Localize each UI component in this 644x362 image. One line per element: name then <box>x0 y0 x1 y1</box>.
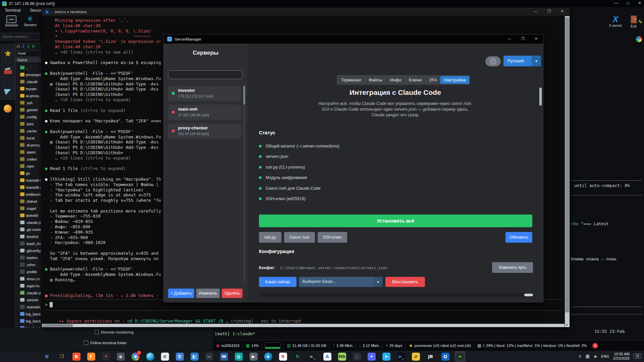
taskbar-recycle-app-icon[interactable]: ↻ <box>292 351 303 362</box>
sm-maximize-button[interactable]: ❐ <box>521 37 525 41</box>
taskbar-ring-app-icon[interactable]: ◌ <box>352 351 362 362</box>
disconnect-button[interactable]: ✕ <box>592 343 598 349</box>
tab-Инфо[interactable]: Инфо <box>386 76 405 84</box>
file-item[interactable]: endlessh <box>15 191 41 198</box>
palette-icon[interactable] <box>636 36 642 42</box>
component-chip-button[interactable]: SSH-ключ <box>318 232 347 243</box>
tools-button[interactable] <box>1 63 15 81</box>
terminal-close-button[interactable]: ✕ <box>561 9 564 13</box>
menu-terminal[interactable]: Terminal <box>5 8 20 13</box>
tray-volume-icon[interactable]: ◈ <box>594 354 597 359</box>
refresh-button[interactable]: Обновить <box>505 232 532 243</box>
info-button[interactable]: i <box>485 56 501 66</box>
file-item[interactable]: .ssh <box>15 99 41 106</box>
tab-2FA[interactable]: 2FA <box>425 76 440 84</box>
file-item[interactable]: .viminfo <box>15 296 41 303</box>
file-item[interactable]: mariadb-c <box>15 184 41 191</box>
file-item[interactable]: ai-proxy- <box>15 92 41 99</box>
taskbar-document-app-icon[interactable]: ≣ <box>174 351 185 362</box>
scrollbar-thumb[interactable] <box>43 324 73 327</box>
component-chip-button[interactable]: ssh.py <box>259 232 281 243</box>
taskbar-wordpad-icon[interactable]: A <box>322 351 332 362</box>
taskbar-clock[interactable]: 10:55 AM 2/23/2026 <box>613 352 630 361</box>
taskbar-teal-app-icon[interactable]: ◍ <box>233 351 244 362</box>
scrollbar-thumb[interactable] <box>524 294 533 296</box>
terminal-maximize-button[interactable]: ❐ <box>547 9 551 13</box>
vertical-scrollbar[interactable]: ▼ <box>565 16 570 327</box>
file-item[interactable]: .tmux.co <box>15 275 41 282</box>
file-item[interactable]: .kimi <box>15 120 41 127</box>
file-item[interactable]: log_backu <box>15 310 41 317</box>
file-item[interactable]: .bashrc <box>15 254 41 261</box>
file-item[interactable]: .claude.js <box>15 289 41 296</box>
taskbar-firefox-icon[interactable]: F <box>86 351 96 362</box>
taskbar-chat-app-icon[interactable]: ✦ <box>366 351 377 362</box>
taskbar-terminal-app-icon[interactable]: >_ <box>307 351 318 362</box>
scrollbar-thumb[interactable] <box>565 17 569 312</box>
x-server-button[interactable]: X X server <box>606 15 625 27</box>
taskbar-start-icon[interactable]: ⊞ <box>42 351 52 362</box>
language-select[interactable]: Русский ▾ <box>503 56 541 66</box>
backup-now-button[interactable]: Бэкап сейчас <box>259 277 297 287</box>
follow-terminal-folder-checkbox[interactable]: Follow terminal folder <box>84 341 127 345</box>
restore-button[interactable]: Восстановить <box>385 277 425 287</box>
terminal-prompt[interactable]: > <box>45 302 53 307</box>
file-item[interactable]: .. <box>15 64 41 71</box>
file-item[interactable]: .gitconfig <box>15 247 41 254</box>
file-item[interactable]: .claude <box>15 78 41 85</box>
input-language-indicator[interactable]: ENG <box>601 354 609 358</box>
file-item[interactable]: .config <box>15 113 41 120</box>
add-server-button[interactable]: + Добавить <box>168 289 194 298</box>
tray-expand-icon[interactable]: ∧ <box>578 354 582 359</box>
taskbar-notepad-icon[interactable]: ≡ <box>160 351 170 362</box>
folder-up-icon[interactable]: ⮉ <box>17 44 20 49</box>
tray-app-icon[interactable]: ▦ <box>586 354 590 359</box>
path-input[interactable]: /root/ <box>16 51 40 57</box>
refresh-icon[interactable]: ↻ <box>32 44 35 49</box>
file-item[interactable]: mariadb-i <box>15 177 41 184</box>
app-maximize-button[interactable]: □ <box>627 1 629 5</box>
taskbar-word-icon[interactable]: W <box>219 351 229 362</box>
session-button[interactable]: Session <box>2 15 21 27</box>
edit-server-button[interactable]: Изменить <box>196 289 220 298</box>
backup-select[interactable]: Выберите бэкап... ▾ <box>299 277 383 287</box>
taskbar-leaf-app-icon[interactable]: ❧ <box>455 351 465 362</box>
notification-count-badge[interactable]: 32 <box>634 354 641 359</box>
quick-connect-input[interactable] <box>1 33 40 40</box>
file-item[interactable]: .git-crede <box>15 226 41 233</box>
delete-server-button[interactable]: Удалить <box>222 289 243 298</box>
taskbar-media-app-icon[interactable]: ▶ <box>248 351 259 362</box>
taskbar-vscode-icon[interactable]: ◧ <box>189 351 200 362</box>
server-search-input[interactable] <box>168 70 243 79</box>
server-list-scrollbar[interactable] <box>243 86 245 282</box>
server-card[interactable]: investor173.212.212.157 [ssh] <box>168 86 241 101</box>
tab-Терминал[interactable]: Терминал <box>337 76 365 84</box>
file-item[interactable]: myvpn <box>15 85 41 92</box>
sm-close-button[interactable]: ✕ <box>535 37 538 41</box>
taskbar-windows-terminal-icon[interactable]: >_ <box>396 351 406 362</box>
file-item[interactable]: .zshrc <box>15 261 41 268</box>
sftp-button[interactable] <box>1 82 15 100</box>
file-item[interactable]: .local <box>15 134 41 141</box>
file-item[interactable]: log_backu <box>15 324 41 327</box>
taskbar-heidisql-icon[interactable]: HS <box>337 351 347 362</box>
component-chip-button[interactable]: Скилл /ssh <box>284 232 315 243</box>
horizontal-scrollbar[interactable] <box>42 324 565 327</box>
server-card[interactable]: main-ovh37.187.136.86 [ssh] <box>168 105 241 120</box>
app-close-button[interactable]: ✕ <box>638 1 641 5</box>
taskbar-sphere-app-icon[interactable] <box>145 351 155 362</box>
file-item[interactable]: .wget-hs <box>15 282 41 289</box>
file-list-header[interactable]: Name <box>15 57 41 63</box>
scroll-down-arrow[interactable]: ▼ <box>566 323 568 326</box>
taskbar-atom-app-icon[interactable]: ✶ <box>101 351 111 362</box>
taskbar-edge-icon[interactable]: e <box>263 351 273 362</box>
file-item[interactable]: go <box>15 170 41 177</box>
file-item[interactable]: .lesshst <box>15 233 41 240</box>
file-item[interactable]: .claude.js <box>15 219 41 226</box>
sm-minimize-button[interactable]: — <box>507 37 511 41</box>
install-all-button[interactable]: Установить всё <box>259 215 532 227</box>
taskbar-palette-app-icon[interactable]: ❋ <box>278 351 288 362</box>
file-item[interactable]: .codex <box>15 156 41 163</box>
sm-horizontal-scrollbar[interactable] <box>259 293 534 297</box>
file-item[interactable]: .bash_his <box>15 240 41 247</box>
